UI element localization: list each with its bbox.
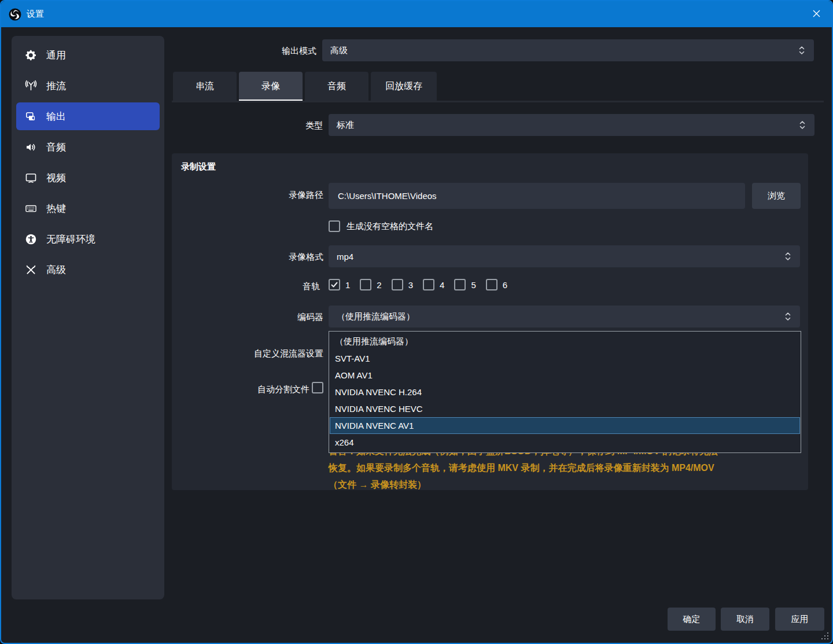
apply-button[interactable]: 应用 bbox=[775, 608, 824, 631]
track-6-checkbox[interactable] bbox=[486, 279, 497, 290]
encoder-label: 编码器 bbox=[172, 312, 323, 323]
accessibility-icon bbox=[24, 233, 37, 245]
track-4-label: 4 bbox=[440, 280, 444, 290]
recording-format-label: 录像格式 bbox=[172, 252, 323, 263]
audio-track-label: 音轨 bbox=[172, 281, 320, 292]
no-space-filename-label: 生成没有空格的文件名 bbox=[347, 221, 433, 232]
auto-split-checkbox[interactable] bbox=[312, 382, 323, 393]
track-2-label: 2 bbox=[377, 280, 381, 290]
track-4: 4 bbox=[423, 279, 444, 290]
tab-audio[interactable]: 音频 bbox=[305, 72, 368, 101]
track-2: 2 bbox=[360, 279, 381, 290]
track-3-checkbox[interactable] bbox=[392, 279, 403, 290]
auto-split-label: 自动分割文件 bbox=[172, 384, 309, 395]
sidebar-item-label: 高级 bbox=[46, 263, 66, 277]
gear-icon bbox=[24, 49, 37, 61]
type-label: 类型 bbox=[172, 120, 323, 131]
encoder-option-use-stream-encoder[interactable]: （使用推流编码器） bbox=[330, 333, 800, 350]
tab-replay-buffer[interactable]: 回放缓存 bbox=[371, 72, 437, 101]
output-mode-select[interactable]: 高级 bbox=[322, 39, 814, 61]
output-tabs: 串流 录像 音频 回放缓存 bbox=[173, 72, 437, 101]
tab-label: 回放缓存 bbox=[385, 80, 422, 93]
spinner-icon bbox=[785, 311, 792, 322]
settings-sidebar: 通用 推流 输出 音频 视频 热键 无障碍环境 高级 bbox=[12, 36, 164, 599]
output-mode-label: 输出模式 bbox=[172, 46, 316, 57]
close-button[interactable] bbox=[808, 6, 825, 23]
track-6: 6 bbox=[486, 279, 507, 290]
encoder-option-nvenc-h264[interactable]: NVIDIA NVENC H.264 bbox=[330, 384, 800, 400]
sidebar-item-label: 推流 bbox=[46, 79, 66, 93]
track-3-label: 3 bbox=[408, 280, 413, 290]
track-5-label: 5 bbox=[471, 280, 476, 290]
track-5: 5 bbox=[454, 279, 476, 290]
close-icon bbox=[812, 9, 821, 20]
monitor-icon bbox=[24, 171, 37, 184]
tab-label: 串流 bbox=[196, 80, 214, 93]
recording-format-value: mp4 bbox=[337, 252, 785, 262]
spinner-icon bbox=[785, 251, 792, 262]
track-1-label: 1 bbox=[345, 280, 350, 290]
no-space-filename-row: 生成没有空格的文件名 bbox=[329, 220, 433, 232]
type-select[interactable]: 标准 bbox=[329, 114, 814, 136]
ok-button[interactable]: 确定 bbox=[668, 608, 716, 631]
sidebar-item-stream[interactable]: 推流 bbox=[16, 72, 160, 100]
track-3: 3 bbox=[392, 279, 413, 290]
tab-label: 音频 bbox=[327, 80, 346, 93]
resize-grip[interactable] bbox=[827, 638, 828, 639]
titlebar[interactable]: 设置 bbox=[1, 1, 832, 27]
cancel-button[interactable]: 取消 bbox=[721, 608, 769, 631]
tab-label: 录像 bbox=[261, 80, 280, 93]
sidebar-item-output[interactable]: 输出 bbox=[16, 102, 160, 130]
encoder-option-nvenc-av1[interactable]: NVIDIA NVENC AV1 bbox=[330, 417, 800, 434]
output-mode-value: 高级 bbox=[330, 45, 799, 56]
tab-pane-divider bbox=[172, 101, 824, 102]
encoder-dropdown-list: （使用推流编码器） SVT-AV1 AOM AV1 NVIDIA NVENC H… bbox=[329, 331, 801, 453]
sidebar-item-video[interactable]: 视频 bbox=[16, 164, 160, 192]
warning-line-2: 恢复。如果要录制多个音轨，请考虑使用 MKV 录制，并在完成后将录像重新封装为 … bbox=[329, 459, 803, 476]
track-2-checkbox[interactable] bbox=[360, 279, 371, 290]
recording-path-input[interactable]: C:\Users\ITHOME\Videos bbox=[329, 183, 745, 209]
track-5-checkbox[interactable] bbox=[454, 279, 466, 290]
sidebar-item-advanced[interactable]: 高级 bbox=[16, 256, 160, 284]
speaker-icon bbox=[24, 141, 37, 153]
track-1-checkbox[interactable] bbox=[329, 279, 340, 290]
encoder-select[interactable]: （使用推流编码器） bbox=[329, 306, 800, 327]
warning-line-3: （文件 → 录像转封装） bbox=[329, 476, 803, 490]
type-value: 标准 bbox=[337, 120, 799, 131]
browse-button[interactable]: 浏览 bbox=[752, 183, 801, 209]
recording-path-value: C:\Users\ITHOME\Videos bbox=[338, 191, 437, 201]
sidebar-item-label: 通用 bbox=[46, 49, 66, 62]
spinner-icon bbox=[799, 45, 806, 56]
tab-recording[interactable]: 录像 bbox=[239, 72, 303, 101]
sidebar-item-label: 输出 bbox=[46, 110, 66, 123]
tools-icon bbox=[24, 263, 37, 276]
encoder-value: （使用推流编码器） bbox=[337, 311, 785, 322]
keyboard-icon bbox=[24, 202, 37, 215]
track-6-label: 6 bbox=[503, 280, 507, 290]
spinner-icon bbox=[799, 120, 806, 130]
recording-format-select[interactable]: mp4 bbox=[329, 245, 800, 267]
sidebar-item-general[interactable]: 通用 bbox=[16, 41, 160, 69]
sidebar-item-accessibility[interactable]: 无障碍环境 bbox=[16, 225, 160, 253]
track-4-checkbox[interactable] bbox=[423, 279, 434, 290]
sidebar-item-label: 音频 bbox=[46, 141, 66, 154]
encoder-option-x264[interactable]: x264 bbox=[330, 434, 800, 451]
encoder-option-svt-av1[interactable]: SVT-AV1 bbox=[330, 350, 800, 367]
sidebar-item-label: 无障碍环境 bbox=[46, 233, 95, 246]
sidebar-item-label: 热键 bbox=[46, 202, 66, 215]
encoder-option-nvenc-hevc[interactable]: NVIDIA NVENC HEVC bbox=[330, 400, 800, 417]
output-camera-icon bbox=[24, 110, 37, 123]
recording-path-label: 录像路径 bbox=[172, 190, 323, 201]
window-title: 设置 bbox=[27, 9, 44, 20]
no-space-filename-checkbox[interactable] bbox=[329, 220, 340, 232]
sidebar-item-hotkeys[interactable]: 热键 bbox=[16, 194, 160, 222]
track-1: 1 bbox=[329, 279, 350, 290]
broadcast-icon bbox=[24, 79, 37, 92]
tab-streaming[interactable]: 串流 bbox=[173, 72, 237, 101]
settings-window: 设置 通用 推流 输出 音频 视频 热键 bbox=[0, 0, 833, 644]
encoder-option-aom-av1[interactable]: AOM AV1 bbox=[330, 367, 800, 384]
audio-track-row: 1 2 3 4 5 6 bbox=[329, 279, 507, 290]
sidebar-item-audio[interactable]: 音频 bbox=[16, 133, 160, 161]
sidebar-item-label: 视频 bbox=[46, 171, 66, 185]
group-title: 录制设置 bbox=[181, 161, 216, 172]
